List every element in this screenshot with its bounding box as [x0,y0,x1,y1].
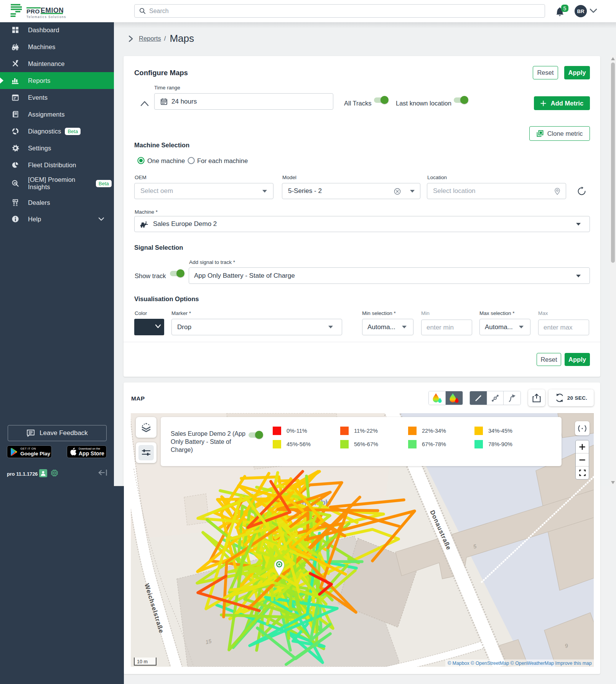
svg-text:PRO: PRO [26,8,40,15]
svg-text:EMION: EMION [41,7,64,14]
svg-text:Telematics Solutions: Telematics Solutions [26,15,66,19]
svg-text:10 m: 10 m [137,659,148,664]
svg-text:5: 5 [563,5,567,12]
svg-text:© Mapbox © OpenStreetMap © Ope: © Mapbox © OpenStreetMap © OpenWeatherMa… [448,661,592,666]
